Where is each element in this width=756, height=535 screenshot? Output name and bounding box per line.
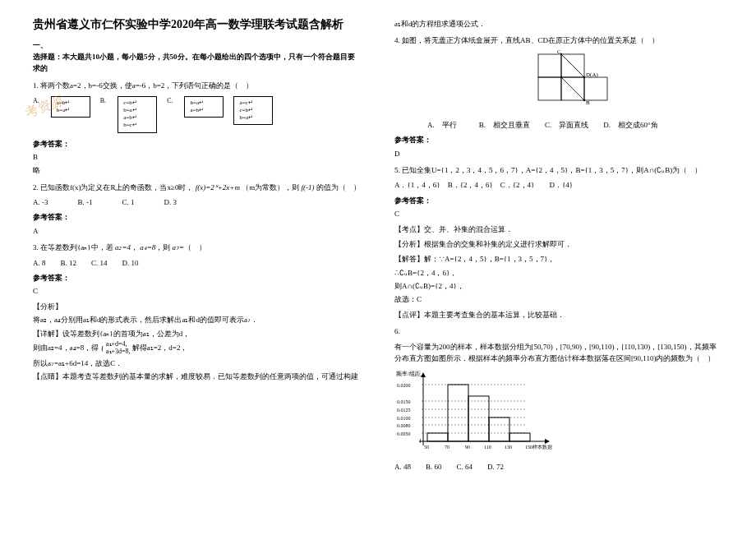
- q3-options: A. 8 B. 12 C. 14 D. 10: [33, 257, 362, 269]
- svg-line-6: [561, 77, 584, 100]
- svg-text:0.0200: 0.0200: [397, 383, 411, 388]
- question-6: 有一个容量为200的样本，样本数据分组为[50,70)，[70,90)，[90,…: [394, 341, 723, 365]
- svg-text:B: B: [586, 99, 590, 106]
- q3-analysis-label: 【分析】: [33, 301, 362, 312]
- hist-ylabel: 频率/组距: [396, 371, 421, 377]
- svg-rect-32: [468, 396, 489, 441]
- q5-jd: 【解答】解：∵A={2，4，5}，B={1，3，5，7}，: [394, 253, 723, 265]
- question-1: 1. 将两个数a=2，b=-6交换，使a=-6，b=2，下列语句正确的是（ ）: [33, 80, 362, 91]
- svg-rect-30: [427, 433, 448, 441]
- q4-answer-label: 参考答案：: [394, 134, 723, 145]
- svg-line-5: [561, 54, 584, 77]
- q4-options: A. 平行 B. 相交且垂直 C. 异面直线 D. 相交成60°角: [427, 119, 723, 131]
- svg-point-9: [560, 76, 562, 78]
- q1-note: 略: [33, 164, 362, 176]
- q3-detail: 【详解】设等差数列{aₙ}的首项为a₁，公差为d，: [33, 328, 362, 339]
- q3-analysis: 将a₂，a₄分别用a₁和d的形式表示，然后求解出a₁和d的值即可表示a₇．: [33, 314, 362, 325]
- svg-rect-33: [489, 417, 509, 441]
- svg-text:130: 130: [505, 445, 512, 450]
- question-2: 2. 已知函数f(x)为定义在R上的奇函数，当x≥0时， f(x)=2ˣ+2x+…: [33, 182, 362, 193]
- q1-answer: B: [33, 151, 362, 163]
- q5-options: A．{1，4，6} B．{2，4，6} C．{2，4} D．{4}: [394, 179, 723, 191]
- svg-text:0.0150: 0.0150: [397, 399, 411, 404]
- svg-point-10: [583, 99, 585, 101]
- svg-text:110: 110: [484, 445, 491, 450]
- svg-text:0.0100: 0.0100: [397, 416, 411, 421]
- q5-fx: 【分析】根据集合的交集和补集的定义进行求解即可．: [394, 238, 723, 250]
- q6-options: A. 48 B. 60 C. 64 D. 72: [394, 461, 723, 473]
- q2-answer: A: [33, 225, 362, 237]
- svg-text:150: 150: [525, 445, 532, 450]
- q3-answer-label: 参考答案：: [33, 272, 362, 284]
- svg-marker-17: [545, 439, 550, 444]
- svg-text:50: 50: [424, 445, 429, 450]
- q2-answer-label: 参考答案：: [33, 211, 362, 223]
- q5-dp: 【点评】本题主要考查集合的基本运算，比较基础．: [394, 309, 723, 321]
- q5-answer-label: 参考答案：: [394, 195, 723, 206]
- left-column: 贵州省遵义市仁怀实验中学2020年高一数学理联考试题含解析 一、 选择题：本大题…: [33, 16, 362, 473]
- frequency-histogram: 0.0050 0.0080 0.0100 0.0125 0.0150 0.020…: [394, 367, 559, 458]
- exam-page: 贵州省遵义市仁怀实验中学2020年高一数学理联考试题含解析 一、 选择题：本大题…: [0, 0, 756, 490]
- q1-box-c: b=a↵a=b↵: [184, 96, 224, 118]
- q2-options: A. -3 B. -1 C. 1 D. 3: [33, 196, 362, 208]
- q5-jd-1: ∴∁ᵤB={2，4，6}，: [394, 267, 723, 279]
- svg-text:D(A): D(A): [586, 71, 598, 78]
- q5-answer: C: [394, 208, 723, 219]
- section-1-head: 一、 选择题：本大题共10小题，每小题5分，共50分。在每小题给出的四个选项中，…: [33, 39, 362, 75]
- q3-continued: a₁和d的方程组求通项公式．: [394, 18, 723, 30]
- question-3: 3. 在等差数列{aₙ}中，若 a₂=4， a₄=8，则 a₇=（ ）: [33, 242, 362, 253]
- q3-detail-2: 则由a₂=4，a₄=8，得 { a₁+d=4,a₁+3d=8, 解得a₁=2，d…: [33, 341, 362, 356]
- svg-text:90: 90: [465, 445, 470, 450]
- q5-jd-3: 故选：C: [394, 293, 723, 305]
- svg-rect-2: [538, 77, 561, 100]
- q1-code-options: 考资源 A. a=b↵b=a↵ B. c=b↵b=a↵a=b↵b=c↵ C. b…: [33, 96, 362, 132]
- q1-box-b: c=b↵b=a↵a=b↵b=c↵: [118, 96, 157, 132]
- q3-comment: 【点睛】本题考查等差数列的基本量的求解，难度较易．已知等差数列的任意两项的值，可…: [33, 371, 362, 382]
- question-6-num: 6.: [394, 325, 723, 337]
- svg-text:C: C: [557, 50, 561, 55]
- q5-jd-2: 则A∩(∁ᵤB)={2，4}，: [394, 280, 723, 292]
- q5-kp: 【考点】交、并、补集的混合运算．: [394, 224, 723, 235]
- svg-rect-34: [509, 433, 530, 441]
- svg-rect-4: [584, 77, 607, 100]
- page-title: 贵州省遵义市仁怀实验中学2020年高一数学理联考试题含解析: [33, 16, 362, 33]
- svg-rect-0: [538, 54, 561, 77]
- svg-text:≀: ≀: [419, 437, 422, 445]
- svg-text:0.0050: 0.0050: [397, 431, 411, 436]
- cube-unfold-diagram: C D(A) B: [509, 50, 608, 116]
- svg-text:0.0125: 0.0125: [397, 408, 411, 413]
- q3-detail-3: 所以a₇=a₁+6d=14，故选C．: [33, 357, 362, 369]
- hist-xlabel: 样本数据: [532, 445, 552, 450]
- q1-box-d: a=c↵c=b↵b=a↵: [233, 96, 273, 125]
- svg-rect-31: [448, 385, 468, 441]
- right-column: a₁和d的方程组求通项公式． 4. 如图，将无盖正方体纸盒展开，直线AB、CD在…: [394, 16, 723, 473]
- svg-text:70: 70: [445, 445, 449, 450]
- svg-marker-16: [421, 372, 426, 377]
- q1-box-a: a=b↵b=a↵: [51, 96, 90, 118]
- question-4: 4. 如图，将无盖正方体纸盒展开，直线AB、CD在原正方体中的位置关系是（ ）: [394, 35, 723, 46]
- q1-answer-label: 参考答案：: [33, 138, 362, 150]
- q3-answer: C: [33, 285, 362, 297]
- svg-point-8: [583, 76, 585, 78]
- q4-answer: D: [394, 148, 723, 159]
- svg-text:0.0080: 0.0080: [397, 423, 411, 428]
- question-5: 5. 已知全集U={1，2，3，4，5，6，7}，A={2，4，5}，B={1，…: [394, 164, 723, 176]
